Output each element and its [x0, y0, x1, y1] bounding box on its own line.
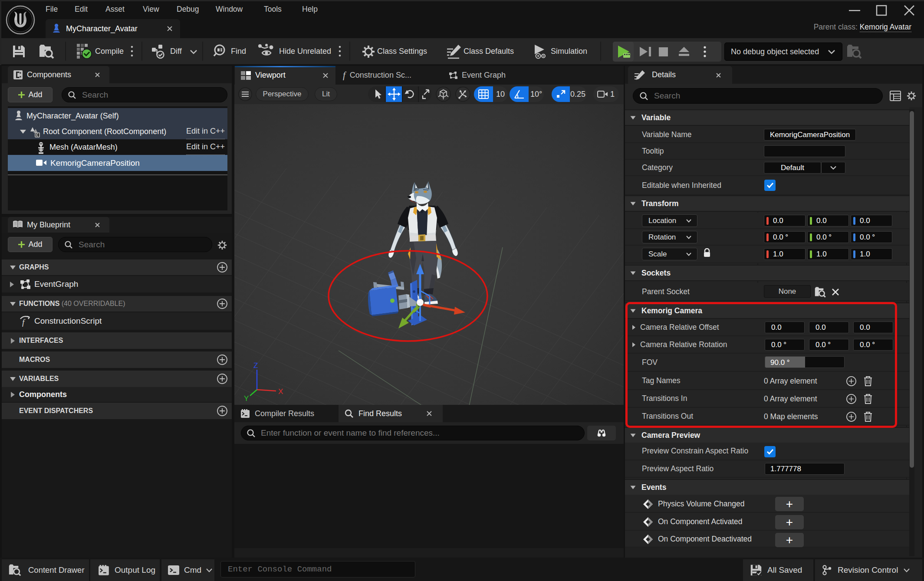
svg-text:f: f — [22, 318, 26, 327]
svg-text:X: X — [278, 387, 283, 396]
svg-text:Y: Y — [244, 394, 249, 403]
svg-text:Z: Z — [253, 361, 258, 370]
